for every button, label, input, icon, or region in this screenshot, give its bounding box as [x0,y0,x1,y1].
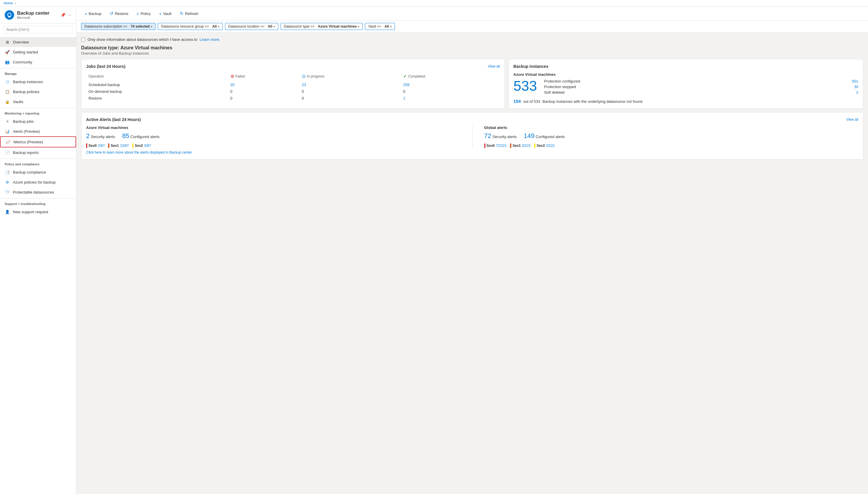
sidebar-item-backup-reports[interactable]: 📄 Backup reports [0,148,76,157]
backup-reports-icon: 📄 [5,150,10,155]
breadcrumb: Home › [0,0,868,7]
sidebar-item-alerts[interactable]: 📊 Alerts (Preview) [0,126,76,136]
job-inprogress[interactable]: 23 [299,81,401,88]
bi-bottom-label: Backup instances with the underlying dat… [542,99,642,104]
sidebar-item-getting-started[interactable]: 🚀 Getting started [0,47,76,57]
bi-stat-value[interactable]: 501 [852,79,858,83]
filter-datasource-type[interactable]: Datasource type == Azure Virtual machine… [281,23,363,30]
sidebar-item-new-support[interactable]: 👤 New support request [0,207,76,217]
access-checkbox[interactable] [81,38,85,42]
home-link[interactable]: Home [3,1,13,5]
sidebar-item-backup-instances[interactable]: ⬡ Backup instances [0,77,76,87]
app-subtitle: Microsoft [17,16,49,19]
jobs-view-all-link[interactable]: View all [488,64,500,69]
global-sev1-bar [510,143,511,148]
vault-button[interactable]: + Vault [155,10,175,18]
bi-card-header: Backup instances [513,64,858,69]
job-completed[interactable]: 259 [401,81,500,88]
sidebar-overview-label: Overview [13,40,29,44]
alerts-learn-more-link[interactable]: Click here to learn more about the alert… [86,150,192,154]
sidebar-backup-instances-label: Backup instances [13,80,43,84]
bi-stat-row: Protection configured501 [544,79,858,83]
sidebar-item-protectable[interactable]: 🛡 Protectable datasources [0,187,76,197]
azure-vm-alerts-title: Azure Virtual machines [86,126,460,130]
pin-icon[interactable]: 📌 [60,13,66,17]
backup-instances-card: Backup instances Azure Virtual machines … [508,59,863,109]
global-sev0-bar [484,143,485,148]
col-inprogress-header: ⊙ In progress [299,72,401,81]
bi-stat-value[interactable]: 2 [856,90,858,95]
refresh-button[interactable]: ↻ Refresh [176,9,202,18]
bi-stat-row: Soft deleted2 [544,90,858,95]
job-operation: On-demand backup [86,88,228,95]
bi-stats: Protection configured501Protection stopp… [544,79,858,96]
azure-vm-alerts-numbers: 2 Security alerts 85 Configured alerts [86,132,460,140]
bi-bottom: 154 out of 533 Backup instances with the… [513,99,858,104]
filter-resource-group[interactable]: Datasource resource group == All ▾ [158,23,222,30]
global-alerts-section: Global alerts 72 Security alerts 149 Con… [484,126,858,148]
sev1-bar [108,143,109,148]
job-failed[interactable]: 20 [228,81,299,88]
main-content: Only show information about datasources … [76,33,868,494]
sidebar-backup-compliance-label: Backup compliance [13,170,46,174]
failed-icon: ⊗ [230,73,234,79]
job-operation: Scheduled backup [86,81,228,88]
protectable-icon: 🛡 [5,189,10,195]
sidebar-item-metrics[interactable]: 📈 Metrics (Preview) [0,136,76,148]
sidebar-item-overview[interactable]: ⊞ Overview [0,37,76,47]
community-icon: 👥 [5,59,10,64]
sidebar-item-vaults[interactable]: 🔒 Vaults [0,97,76,107]
filter-vault[interactable]: Vault == All ▾ [365,23,395,30]
sidebar-item-azure-policies[interactable]: ⚙ Azure policies for backup [0,177,76,187]
bi-content: 533 Protection configured501Protection s… [513,79,858,96]
sidebar-metrics-label: Metrics (Preview) [14,140,43,144]
restore-button[interactable]: ↺ Restore [106,9,132,18]
bi-card-title: Backup instances [513,64,548,69]
sidebar-item-backup-jobs[interactable]: ≡ Backup jobs [0,116,76,126]
sidebar-new-support-label: New support request [13,210,48,214]
top-cards-row: Jobs (last 24 Hours) View all Operation … [81,59,863,109]
completed-icon: ✓ [403,73,407,79]
sidebar-item-backup-policies[interactable]: 📋 Backup policies [0,87,76,97]
job-failed: 0 [228,88,299,95]
app-icon [5,10,14,20]
global-sev-row: Sev0 72/221 Sev1 0/221 Sev2 [484,143,858,148]
learn-more-link[interactable]: Learn more. [200,37,220,42]
backup-button[interactable]: + Backup [81,10,105,18]
global-sev2-bar [534,143,535,148]
sidebar-search-container [0,23,76,36]
table-row: Restore001 [86,95,500,102]
sidebar-vaults-label: Vaults [13,99,23,104]
azure-vm-configured-block: 85 Configured alerts [122,132,160,140]
sidebar-item-community[interactable]: 👥 Community [0,57,76,67]
alerts-divider [472,126,473,148]
policy-button[interactable]: + Policy [133,10,154,18]
azure-vm-sev0: Sev0 2/87 [86,143,105,148]
bi-vm-title: Azure Virtual machines [513,72,858,77]
job-inprogress: 0 [299,95,401,102]
vaults-icon: 🔒 [5,99,10,104]
sidebar-nav: ⊞ Overview 🚀 Getting started 👥 Community… [0,36,76,494]
table-row: Scheduled backup2023259 [86,81,500,88]
job-failed: 0 [228,95,299,102]
more-icon[interactable]: ··· [68,13,71,17]
sidebar-getting-started-label: Getting started [13,50,38,54]
main-panel: + Backup ↺ Restore + Policy + Vault ↻ Re… [76,7,868,494]
search-input[interactable] [3,26,73,34]
bi-stat-label: Protection stopped [544,84,576,89]
bi-stat-label: Soft deleted [544,90,564,95]
bi-stat-value[interactable]: 30 [854,84,858,89]
alerts-icon: 📊 [5,129,10,134]
alerts-view-all-link[interactable]: View all [846,117,858,121]
jobs-card-title: Jobs (last 24 Hours) [86,64,126,69]
azure-vm-sev2: Sev2 0/87 [132,143,151,148]
global-configured-label: Configured alerts [536,134,565,139]
policy-toolbar-icon: + [137,11,139,16]
azure-vm-configured-label: Configured alerts [130,134,160,139]
job-completed[interactable]: 1 [401,95,500,102]
filter-subscription[interactable]: Datasource subscription == 74 selected ▾ [81,23,155,30]
bi-bottom-of: out of 533 [523,99,540,104]
col-operation-header: Operation [86,72,228,81]
filter-location[interactable]: Datasource location == All ▾ [225,23,278,30]
sidebar-item-backup-compliance[interactable]: 📑 Backup compliance [0,167,76,177]
